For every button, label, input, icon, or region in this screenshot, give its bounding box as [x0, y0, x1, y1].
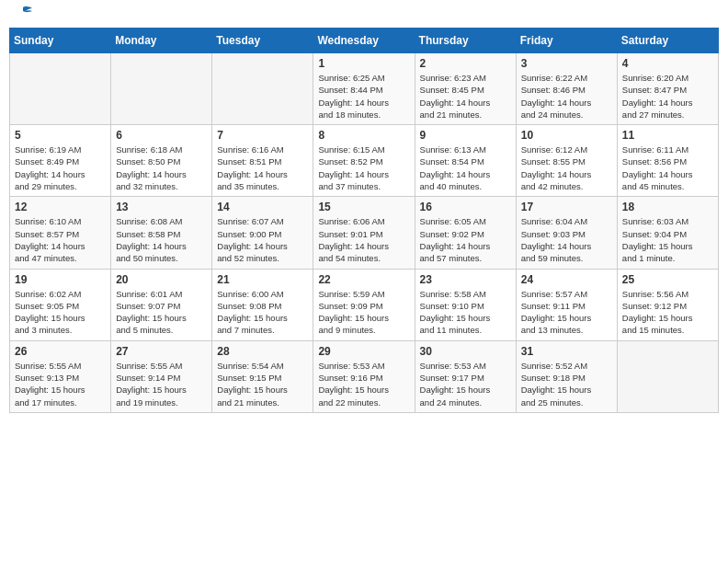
logo-bird-icon	[14, 6, 32, 20]
day-info: Sunrise: 5:53 AM Sunset: 9:16 PM Dayligh…	[318, 360, 409, 408]
day-number: 18	[622, 201, 713, 213]
day-info: Sunrise: 6:15 AM Sunset: 8:52 PM Dayligh…	[318, 144, 409, 192]
day-info: Sunrise: 5:59 AM Sunset: 9:09 PM Dayligh…	[318, 288, 409, 337]
day-number: 12	[15, 201, 106, 213]
day-info: Sunrise: 5:53 AM Sunset: 9:17 PM Dayligh…	[420, 360, 511, 408]
day-info: Sunrise: 6:25 AM Sunset: 8:44 PM Dayligh…	[318, 72, 409, 121]
day-info: Sunrise: 5:55 AM Sunset: 9:14 PM Dayligh…	[116, 360, 207, 408]
day-info: Sunrise: 5:55 AM Sunset: 9:13 PM Dayligh…	[15, 360, 106, 408]
day-number: 2	[420, 57, 511, 70]
day-number: 5	[15, 129, 106, 142]
calendar-cell: 13Sunrise: 6:08 AM Sunset: 8:58 PM Dayli…	[111, 197, 212, 269]
calendar-cell: 17Sunrise: 6:04 AM Sunset: 9:03 PM Dayli…	[516, 197, 617, 269]
calendar-cell: 7Sunrise: 6:16 AM Sunset: 8:51 PM Daylig…	[212, 125, 313, 197]
day-info: Sunrise: 5:54 AM Sunset: 9:15 PM Dayligh…	[217, 360, 308, 408]
day-number: 14	[217, 201, 308, 213]
calendar-header-row: SundayMondayTuesdayWednesdayThursdayFrid…	[10, 29, 719, 53]
calendar-cell: 26Sunrise: 5:55 AM Sunset: 9:13 PM Dayli…	[10, 340, 111, 412]
header-cell-wednesday: Wednesday	[313, 29, 415, 53]
day-info: Sunrise: 6:20 AM Sunset: 8:47 PM Dayligh…	[622, 72, 713, 121]
calendar-cell: 16Sunrise: 6:05 AM Sunset: 9:02 PM Dayli…	[415, 197, 516, 269]
day-number: 9	[420, 129, 511, 142]
day-info: Sunrise: 5:58 AM Sunset: 9:10 PM Dayligh…	[420, 288, 511, 337]
calendar-cell	[10, 53, 111, 125]
calendar-table: SundayMondayTuesdayWednesdayThursdayFrid…	[9, 28, 719, 413]
day-info: Sunrise: 6:16 AM Sunset: 8:51 PM Dayligh…	[217, 144, 308, 192]
header-cell-monday: Monday	[111, 29, 212, 53]
day-number: 8	[318, 129, 409, 142]
calendar-cell: 23Sunrise: 5:58 AM Sunset: 9:10 PM Dayli…	[415, 269, 516, 340]
day-number: 20	[116, 273, 207, 286]
day-number: 22	[318, 273, 409, 286]
calendar-cell	[111, 53, 212, 125]
day-info: Sunrise: 5:52 AM Sunset: 9:18 PM Dayligh…	[521, 360, 612, 408]
calendar-cell: 6Sunrise: 6:18 AM Sunset: 8:50 PM Daylig…	[111, 125, 212, 197]
day-info: Sunrise: 6:22 AM Sunset: 8:46 PM Dayligh…	[521, 72, 612, 121]
calendar-cell	[617, 340, 718, 412]
calendar-cell: 27Sunrise: 5:55 AM Sunset: 9:14 PM Dayli…	[111, 340, 212, 412]
day-info: Sunrise: 6:04 AM Sunset: 9:03 PM Dayligh…	[521, 215, 612, 264]
calendar-cell: 19Sunrise: 6:02 AM Sunset: 9:05 PM Dayli…	[10, 269, 111, 340]
calendar-cell: 29Sunrise: 5:53 AM Sunset: 9:16 PM Dayli…	[313, 340, 415, 412]
day-info: Sunrise: 6:06 AM Sunset: 9:01 PM Dayligh…	[318, 215, 409, 264]
day-number: 21	[217, 273, 308, 286]
day-info: Sunrise: 6:11 AM Sunset: 8:56 PM Dayligh…	[622, 144, 713, 192]
header-cell-thursday: Thursday	[415, 29, 516, 53]
page-header	[9, 9, 719, 20]
day-number: 1	[318, 57, 409, 70]
day-number: 23	[420, 273, 511, 286]
day-number: 3	[521, 57, 612, 70]
day-info: Sunrise: 6:19 AM Sunset: 8:49 PM Dayligh…	[15, 144, 106, 192]
calendar-week-row: 19Sunrise: 6:02 AM Sunset: 9:05 PM Dayli…	[10, 269, 719, 340]
day-number: 6	[116, 129, 207, 142]
day-number: 7	[217, 129, 308, 142]
day-info: Sunrise: 6:08 AM Sunset: 8:58 PM Dayligh…	[116, 215, 207, 264]
day-number: 4	[622, 57, 713, 70]
calendar-cell: 18Sunrise: 6:03 AM Sunset: 9:04 PM Dayli…	[617, 197, 718, 269]
day-number: 27	[116, 345, 207, 358]
day-number: 28	[217, 345, 308, 358]
calendar-cell: 5Sunrise: 6:19 AM Sunset: 8:49 PM Daylig…	[10, 125, 111, 197]
calendar-cell: 22Sunrise: 5:59 AM Sunset: 9:09 PM Dayli…	[313, 269, 415, 340]
header-cell-saturday: Saturday	[617, 29, 718, 53]
day-number: 19	[15, 273, 106, 286]
calendar-week-row: 1Sunrise: 6:25 AM Sunset: 8:44 PM Daylig…	[10, 53, 719, 125]
calendar-cell: 31Sunrise: 5:52 AM Sunset: 9:18 PM Dayli…	[516, 340, 617, 412]
day-number: 13	[116, 201, 207, 213]
day-number: 26	[15, 345, 106, 358]
calendar-week-row: 5Sunrise: 6:19 AM Sunset: 8:49 PM Daylig…	[10, 125, 719, 197]
day-info: Sunrise: 6:03 AM Sunset: 9:04 PM Dayligh…	[622, 215, 713, 264]
day-number: 15	[318, 201, 409, 213]
calendar-cell: 20Sunrise: 6:01 AM Sunset: 9:07 PM Dayli…	[111, 269, 212, 340]
day-number: 29	[318, 345, 409, 358]
calendar-week-row: 26Sunrise: 5:55 AM Sunset: 9:13 PM Dayli…	[10, 340, 719, 412]
day-info: Sunrise: 6:05 AM Sunset: 9:02 PM Dayligh…	[420, 215, 511, 264]
day-info: Sunrise: 6:23 AM Sunset: 8:45 PM Dayligh…	[420, 72, 511, 121]
calendar-cell: 8Sunrise: 6:15 AM Sunset: 8:52 PM Daylig…	[313, 125, 415, 197]
calendar-cell: 9Sunrise: 6:13 AM Sunset: 8:54 PM Daylig…	[415, 125, 516, 197]
calendar-cell: 15Sunrise: 6:06 AM Sunset: 9:01 PM Dayli…	[313, 197, 415, 269]
calendar-cell: 4Sunrise: 6:20 AM Sunset: 8:47 PM Daylig…	[617, 53, 718, 125]
day-number: 30	[420, 345, 511, 358]
calendar-cell: 24Sunrise: 5:57 AM Sunset: 9:11 PM Dayli…	[516, 269, 617, 340]
day-number: 25	[622, 273, 713, 286]
logo	[13, 9, 33, 20]
day-info: Sunrise: 6:13 AM Sunset: 8:54 PM Dayligh…	[420, 144, 511, 192]
calendar-cell: 3Sunrise: 6:22 AM Sunset: 8:46 PM Daylig…	[516, 53, 617, 125]
calendar-cell: 1Sunrise: 6:25 AM Sunset: 8:44 PM Daylig…	[313, 53, 415, 125]
day-number: 24	[521, 273, 612, 286]
day-info: Sunrise: 6:12 AM Sunset: 8:55 PM Dayligh…	[521, 144, 612, 192]
calendar-cell: 11Sunrise: 6:11 AM Sunset: 8:56 PM Dayli…	[617, 125, 718, 197]
header-cell-friday: Friday	[516, 29, 617, 53]
calendar-cell: 25Sunrise: 5:56 AM Sunset: 9:12 PM Dayli…	[617, 269, 718, 340]
day-info: Sunrise: 6:01 AM Sunset: 9:07 PM Dayligh…	[116, 288, 207, 337]
day-number: 17	[521, 201, 612, 213]
calendar-cell: 12Sunrise: 6:10 AM Sunset: 8:57 PM Dayli…	[10, 197, 111, 269]
calendar-cell	[212, 53, 313, 125]
calendar-cell: 28Sunrise: 5:54 AM Sunset: 9:15 PM Dayli…	[212, 340, 313, 412]
day-info: Sunrise: 6:18 AM Sunset: 8:50 PM Dayligh…	[116, 144, 207, 192]
day-number: 31	[521, 345, 612, 358]
day-info: Sunrise: 6:00 AM Sunset: 9:08 PM Dayligh…	[217, 288, 308, 337]
calendar-cell: 21Sunrise: 6:00 AM Sunset: 9:08 PM Dayli…	[212, 269, 313, 340]
header-cell-sunday: Sunday	[10, 29, 111, 53]
